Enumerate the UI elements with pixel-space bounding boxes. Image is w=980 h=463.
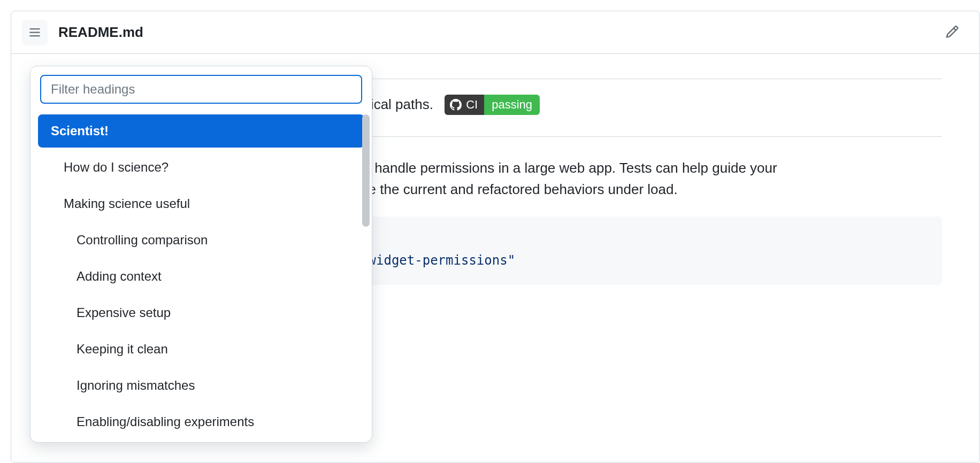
toc-item[interactable]: Scientist!: [38, 114, 364, 148]
toc-item[interactable]: How do I science?: [38, 151, 364, 184]
badge-label: CI: [445, 95, 484, 115]
toc-item[interactable]: Enabling/disabling experiments: [38, 405, 364, 438]
toc-item[interactable]: Expensive setup: [38, 296, 364, 329]
toc-list-wrap: Scientist!How do I science?Making scienc…: [30, 111, 372, 442]
github-icon: [450, 99, 462, 111]
scrollbar-thumb[interactable]: [362, 114, 370, 227]
badge-status: passing: [484, 95, 540, 115]
toc-item[interactable]: Ignoring mismatches: [38, 369, 364, 402]
toc-item[interactable]: Controlling comparison: [38, 223, 364, 257]
file-header: README.md: [11, 11, 979, 54]
filename: README.md: [58, 24, 143, 41]
ci-badge[interactable]: CI passing: [445, 95, 540, 115]
toc-toggle-button[interactable]: [22, 20, 48, 45]
toc-item[interactable]: Keeping it clean: [38, 333, 364, 366]
pencil-icon: [945, 25, 959, 38]
toc-list: Scientist!How do I science?Making scienc…: [30, 111, 372, 442]
toc-item[interactable]: Making science useful: [38, 187, 364, 220]
edit-button[interactable]: [941, 20, 963, 44]
toc-dropdown: Scientist!How do I science?Making scienc…: [30, 66, 372, 443]
filter-headings-input[interactable]: [40, 75, 362, 104]
list-icon: [28, 26, 42, 40]
filter-wrap: [30, 66, 372, 111]
toc-item[interactable]: Adding context: [38, 260, 364, 293]
readme-panel: README.md critical paths. CI passing you: [11, 11, 980, 463]
